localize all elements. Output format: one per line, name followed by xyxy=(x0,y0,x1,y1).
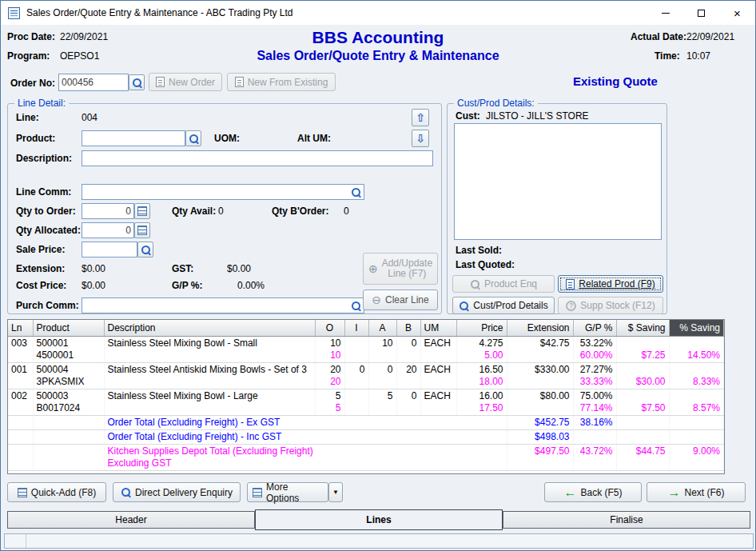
line-up-button[interactable]: ⇧ xyxy=(412,109,429,126)
new-order-icon xyxy=(156,77,165,87)
qty-to-order-calc-button[interactable] xyxy=(134,203,150,219)
total-row-ex-gst: Order Total (Excluding Freight) - Ex GST… xyxy=(8,415,724,429)
tab-header[interactable]: Header xyxy=(7,511,255,529)
qty-allocated-input[interactable]: 0 xyxy=(82,222,134,238)
qty-avail-value: 0 xyxy=(218,206,224,217)
col-header-price[interactable]: Price xyxy=(456,320,507,336)
cust-label: Cust: xyxy=(456,110,480,122)
add-update-line-button[interactable]: ⊕ Add/Update Line (F7) xyxy=(363,253,438,285)
order-no-input[interactable]: 000456 xyxy=(58,74,129,91)
table-row[interactable]: 003 5000014500001 Stainless Steel Mixing… xyxy=(8,336,724,362)
cost-price-value: $0.00 xyxy=(82,280,105,291)
new-order-label: New Order xyxy=(169,77,215,88)
gst-label: GST: xyxy=(172,263,193,274)
maximize-button[interactable] xyxy=(683,1,719,25)
quick-add-button[interactable]: Quick-Add (F8) xyxy=(7,482,106,502)
app-icon xyxy=(8,7,20,19)
col-header-dollar-saving[interactable]: $ Saving xyxy=(616,320,669,336)
col-header-ln[interactable]: Ln xyxy=(8,320,33,336)
table-row[interactable]: 002 500003B0017024 Stainless Steel Mixin… xyxy=(8,389,724,415)
cust-prod-detail-panel xyxy=(454,123,662,240)
supp-stock-button[interactable]: ? Supp Stock (F12) xyxy=(558,297,663,314)
extension-value: $0.00 xyxy=(82,263,105,274)
tab-lines[interactable]: Lines xyxy=(255,509,503,530)
search-icon xyxy=(351,301,361,311)
col-header-pct-saving[interactable]: % Saving xyxy=(669,320,724,336)
close-button[interactable]: × xyxy=(719,1,755,25)
next-button[interactable]: → Next (F6) xyxy=(647,482,746,502)
product-enq-label: Product Enq xyxy=(484,278,537,289)
col-header-b[interactable]: B xyxy=(396,320,420,336)
line-comm-input[interactable] xyxy=(82,184,364,200)
supp-stock-label: Supp Stock (F12) xyxy=(580,300,655,311)
minimize-button[interactable] xyxy=(647,1,683,25)
cust-prod-details-button[interactable]: Cust/Prod Details xyxy=(452,297,555,314)
calculator-icon xyxy=(137,226,147,235)
table-row[interactable]: 001 5000043PKASMIX Stainless Steel Antis… xyxy=(8,362,724,389)
next-arrow-icon: → xyxy=(667,486,680,499)
qty-allocated-calc-button[interactable] xyxy=(134,222,150,238)
extension-label: Extension: xyxy=(16,263,65,274)
product-enq-button[interactable]: Product Enq xyxy=(452,275,555,293)
related-prod-button[interactable]: Related Prod (F9) xyxy=(558,275,663,293)
close-icon: × xyxy=(734,6,741,20)
search-icon xyxy=(141,245,151,255)
gst-value: $0.00 xyxy=(227,263,251,274)
line-down-button[interactable]: ⇩ xyxy=(412,130,429,147)
qty-to-order-label: Qty to Order: xyxy=(16,206,76,217)
direct-delivery-label: Direct Delivery Enquiry xyxy=(135,487,233,498)
clear-line-label: Clear Line xyxy=(385,294,429,305)
app-window: Sales Order/Quote Entry & Maintenance - … xyxy=(0,0,756,551)
new-order-button[interactable]: New Order xyxy=(149,73,222,91)
col-header-a[interactable]: A xyxy=(368,320,396,336)
gp-value: 0.00% xyxy=(237,280,265,291)
purch-comm-input[interactable] xyxy=(82,297,364,313)
more-options-dropdown-button[interactable]: ▼ xyxy=(328,482,343,502)
cust-prod-legend: Cust/Prod Details: xyxy=(454,98,538,109)
product-label: Product: xyxy=(16,133,55,144)
uom-label: UOM: xyxy=(214,133,240,144)
col-header-description[interactable]: Description xyxy=(104,320,315,336)
col-header-i[interactable]: I xyxy=(344,320,368,336)
new-from-existing-button[interactable]: New From Existing xyxy=(227,73,336,91)
search-icon xyxy=(351,187,361,198)
order-no-search-button[interactable] xyxy=(129,74,145,90)
sale-price-search-button[interactable] xyxy=(137,242,153,258)
time-label: Time: xyxy=(655,50,680,62)
order-status-badge: Existing Quote xyxy=(573,74,658,88)
back-button[interactable]: ← Back (F5) xyxy=(544,482,642,502)
description-label: Description: xyxy=(16,153,72,164)
actual-date-label: Actual Date: xyxy=(631,31,686,42)
chevron-down-icon: ▼ xyxy=(332,489,339,496)
related-prod-icon xyxy=(566,279,575,289)
qty-to-order-input[interactable]: 0 xyxy=(82,203,134,219)
search-icon xyxy=(459,301,469,311)
more-options-button[interactable]: More Options xyxy=(247,482,328,502)
direct-delivery-button[interactable]: Direct Delivery Enquiry xyxy=(113,482,241,502)
clear-line-button[interactable]: ⊖ Clear Line xyxy=(363,289,438,310)
description-input[interactable] xyxy=(82,150,433,166)
order-no-label: Order No: xyxy=(10,78,55,89)
alt-um-label: Alt UM: xyxy=(297,133,331,144)
status-bar-divider xyxy=(26,534,26,548)
search-icon xyxy=(470,279,480,289)
tab-finalise[interactable]: Finalise xyxy=(503,511,750,529)
time-value: 10:07 xyxy=(686,50,710,62)
order-lines-table: Ln Product Description O I A B UM Price … xyxy=(7,319,725,474)
product-input[interactable] xyxy=(82,130,185,146)
cost-price-label: Cost Price: xyxy=(16,280,66,291)
product-search-button[interactable] xyxy=(185,130,201,146)
col-header-extension[interactable]: Extension xyxy=(507,320,573,336)
col-header-gp[interactable]: G/P % xyxy=(573,320,616,336)
table-header-row: Ln Product Description O I A B UM Price … xyxy=(8,320,724,336)
back-arrow-icon: ← xyxy=(563,486,576,499)
question-icon: ? xyxy=(566,301,576,311)
new-from-existing-icon xyxy=(235,77,244,87)
qty-border-label: Qty B'Order: xyxy=(272,206,329,217)
sale-price-input[interactable] xyxy=(82,242,137,258)
col-header-o[interactable]: O xyxy=(315,320,344,336)
more-options-label: More Options xyxy=(266,481,323,504)
cust-prod-details-label: Cust/Prod Details xyxy=(473,300,547,311)
col-header-um[interactable]: UM xyxy=(420,320,456,336)
col-header-product[interactable]: Product xyxy=(33,320,104,336)
